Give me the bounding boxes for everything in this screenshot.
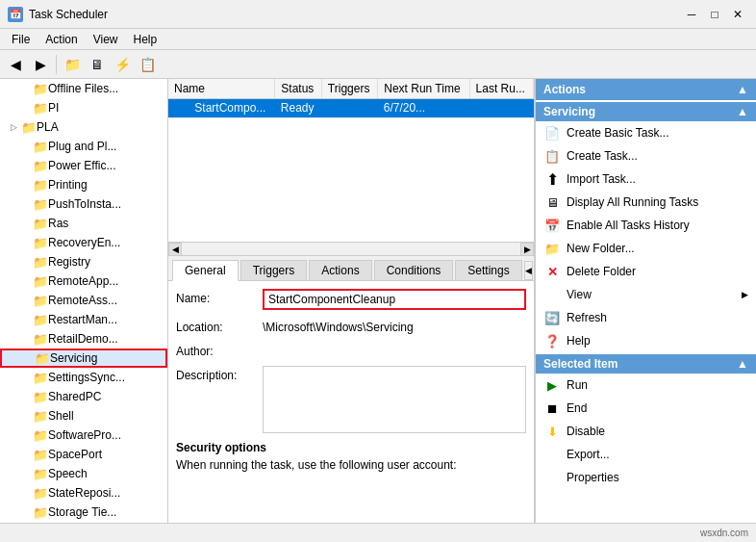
center-panel: Name Status Triggers Next Run Time Last … [168,79,535,523]
maximize-button[interactable]: □ [704,4,725,25]
tree-item-plugandplay[interactable]: 📁 Plug and Pl... [0,137,167,156]
action-help[interactable]: ❓ Help [536,329,756,352]
folder-icon: 📁 [21,120,37,135]
name-input[interactable] [263,289,526,310]
tree-item-recoveryen[interactable]: 📁 RecoveryEn... [0,233,167,252]
selected-item-section-header: Selected Item ▲ [536,354,756,374]
view-label: View [567,288,592,301]
action-disable[interactable]: ⬇ Disable [536,420,756,443]
tab-triggers[interactable]: Triggers [240,260,308,280]
tree-item-pi[interactable]: 📁 PI [0,98,167,117]
tab-conditions[interactable]: Conditions [374,260,454,280]
description-input[interactable] [263,366,526,433]
scroll-right-btn[interactable]: ▶ [520,243,534,256]
expand-icon [19,83,31,94]
tree-item-ras[interactable]: 📁 Ras [0,214,167,233]
tree-item-servicing[interactable]: 📁 Servicing [0,348,167,368]
action-enable-history[interactable]: 📅 Enable All Tasks History [536,214,756,237]
menu-action[interactable]: Action [38,31,85,48]
folder-icon: 📁 [33,140,48,154]
tree-item-statereposi[interactable]: 📁 StateReposi... [0,483,167,503]
tree-label: StateReposi... [48,486,120,500]
tree-item-remoteass[interactable]: 📁 RemoteAss... [0,291,167,310]
window-title: Task Scheduler [29,8,108,21]
folder-icon: 📁 [33,294,48,308]
action-refresh[interactable]: 🔄 Refresh [536,306,756,329]
col-lastrun[interactable]: Last Ru... [469,79,533,99]
folder-icon: 📁 [33,82,48,96]
tree-item-softwarepro[interactable]: 📁 SoftwarePro... [0,426,167,445]
folder-icon: 📁 [33,390,48,404]
action-import-task[interactable]: ⬆ Import Task... [536,168,756,191]
menu-view[interactable]: View [86,31,126,48]
tree-item-pushtoinsta[interactable]: 📁 PushToInsta... [0,194,167,214]
action-export[interactable]: Export... [536,443,756,466]
expand-icon [19,429,31,441]
action-run[interactable]: ▶ Run [536,374,756,397]
tree-item-retaildemo[interactable]: 📁 RetailDemo... [0,329,167,348]
expand-icon [19,333,31,345]
selected-item-collapse-icon[interactable]: ▲ [737,357,748,371]
tree-item-storagetie[interactable]: 📁 Storage Tie... [0,503,167,522]
scroll-left-btn[interactable]: ◀ [168,243,182,256]
expand-icon [19,468,31,479]
tree-item-restartman[interactable]: 📁 RestartMan... [0,310,167,329]
toolbar-action1[interactable]: ⚡ [111,53,134,76]
toolbar-display[interactable]: 🖥 [86,53,109,76]
folder-icon: 📁 [33,409,48,424]
tree-item-sharedpc[interactable]: 📁 SharedPC [0,387,167,406]
action-display-all-running[interactable]: 🖥 Display All Running Tasks [536,191,756,214]
help-label: Help [567,334,591,348]
tree-item-registry[interactable]: 📁 Registry [0,252,167,271]
table-scrollbar-x[interactable]: ◀ ▶ [168,243,534,256]
enable-history-icon: 📅 [543,217,561,234]
toolbar-forward[interactable]: ▶ [29,53,52,76]
tree-label: SoftwarePro... [48,428,121,442]
minimize-button[interactable]: ─ [681,4,702,25]
action-properties[interactable]: Properties [536,466,756,489]
menu-file[interactable]: File [4,31,38,48]
servicing-collapse-icon[interactable]: ▲ [737,105,748,118]
tree-item-speech[interactable]: 📁 Speech [0,464,167,483]
col-name[interactable]: Name [168,79,275,99]
actions-header-collapse[interactable]: ▲ [737,83,748,96]
expand-icon [19,506,31,518]
col-status[interactable]: Status [275,79,322,99]
tree-item-shell[interactable]: 📁 Shell [0,406,167,426]
servicing-section-label: Servicing [543,105,595,118]
toolbar-folder[interactable]: 📁 [61,53,84,76]
tree-label: PushToInsta... [48,197,121,211]
tab-general[interactable]: General [172,260,239,281]
tree-item-remoteapp[interactable]: 📁 RemoteApp... [0,271,167,291]
action-new-folder[interactable]: 📁 New Folder... [536,237,756,260]
display-all-icon: 🖥 [543,194,561,211]
toolbar-action2[interactable]: 📋 [136,53,159,76]
col-triggers[interactable]: Triggers [321,79,377,99]
tree-item-settingssync[interactable]: 📁 SettingsSync... [0,368,167,387]
disable-icon: ⬇ [543,423,561,440]
tree-label: RestartMan... [48,313,117,326]
action-end[interactable]: ⏹ End [536,397,756,420]
menu-help[interactable]: Help [126,31,165,48]
tree-item-pla[interactable]: ▷ 📁 PLA [0,117,167,137]
close-button[interactable]: ✕ [727,4,748,25]
action-create-basic-task[interactable]: 📄 Create Basic Task... [536,121,756,144]
tab-scroll-left[interactable]: ◀ [524,261,533,280]
watermark: wsxdn.com [700,528,748,538]
tree-item-printing[interactable]: 📁 Printing [0,175,167,194]
col-nextrun[interactable]: Next Run Time [378,79,469,99]
description-label: Description: [176,366,263,382]
tree-item-spaceport[interactable]: 📁 SpacePort [0,445,167,464]
action-delete-folder[interactable]: ✕ Delete Folder [536,260,756,283]
toolbar-back[interactable]: ◀ [4,53,27,76]
tab-settings[interactable]: Settings [455,260,521,280]
action-create-task[interactable]: 📋 Create Task... [536,144,756,168]
tab-actions[interactable]: Actions [309,260,371,280]
tree-item-powereffic[interactable]: 📁 Power Effic... [0,156,167,175]
action-view[interactable]: View ▶ [536,283,756,306]
tree-item-offlinefiles[interactable]: 📁 Offline Files... [0,79,167,98]
export-label: Export... [567,448,610,461]
table-row[interactable]: StartCompo... Ready 6/7/20... [168,99,534,118]
help-icon: ❓ [543,332,561,349]
tree-item-subscriptio[interactable]: 📁 Subscriptio... [0,522,167,523]
